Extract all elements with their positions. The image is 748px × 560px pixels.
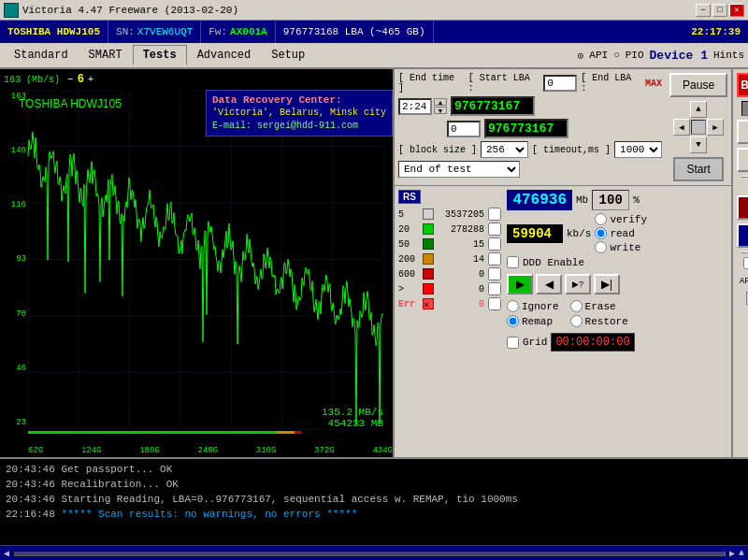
sleep-button[interactable]: Sleep	[737, 120, 748, 144]
erase-option[interactable]: Erase	[570, 300, 628, 312]
tab-smart[interactable]: SMART	[79, 45, 133, 65]
erase-radio[interactable]	[570, 300, 583, 312]
lba-offset-input[interactable]	[447, 121, 481, 137]
drc-box: Data Recovery Center: 'Victoria', Belaru…	[206, 90, 393, 136]
end-lba-value-input[interactable]	[451, 96, 535, 116]
stats-panel: RS 5 3537205 20 278288 50	[395, 185, 731, 355]
grid-checkbox[interactable]	[507, 337, 519, 349]
break-all-button[interactable]: Break All	[737, 73, 748, 97]
app-title: Victoria 4.47 Freeware (2013-02-20)	[22, 5, 694, 16]
err-check-5[interactable]	[488, 208, 501, 221]
back-button[interactable]: ◀	[536, 274, 562, 294]
log-timestamp: 20:43:46	[6, 494, 61, 505]
scroll-left-arrow[interactable]: ◀	[4, 548, 9, 559]
drc-line1: 'Victoria', Belarus, Minsk city	[212, 107, 386, 120]
timeout-select[interactable]: 1000 500 2000	[614, 141, 662, 158]
dpad-down-button[interactable]: ▼	[690, 136, 707, 153]
log-scrollbar-thumb[interactable]	[13, 551, 726, 556]
fw-section: Fw: AX001A	[201, 21, 275, 43]
write-option[interactable]: write	[595, 241, 647, 253]
scroll-right-arrow[interactable]: ▶	[729, 548, 735, 559]
err-check-20[interactable]	[488, 223, 501, 236]
chart-minus-button[interactable]: −	[67, 74, 74, 85]
dpad-right-button[interactable]: ▶	[707, 119, 724, 136]
err-check-50[interactable]	[488, 237, 501, 251]
side-buttons: Break All Sleep Recall Rd Wrt Passp Powe…	[731, 69, 748, 457]
scan-col2: Erase Restore	[570, 300, 628, 327]
lba-display-input[interactable]	[484, 119, 568, 138]
y-label-140: 140	[0, 146, 28, 155]
end-time-input[interactable]	[398, 98, 432, 115]
error-row-600: 600 0	[398, 267, 501, 280]
tab-tests[interactable]: Tests	[133, 45, 187, 65]
chart-drive-label: TOSHIBA HDWJ105	[19, 97, 122, 110]
error-row-gt: > 0	[398, 282, 501, 295]
fw-value: AX001A	[230, 26, 267, 37]
y-axis-labels: 163 140 116 93 70 46 23	[0, 90, 28, 429]
time-up-button[interactable]: ▲	[434, 98, 447, 106]
serial-section: SN: X7VEW6UQT	[108, 21, 201, 43]
remap-option[interactable]: Remap	[507, 315, 559, 327]
recall-button[interactable]: Recall	[737, 148, 748, 172]
err-num-200: 200	[398, 254, 419, 265]
api-pio-options: ⊙ API ○ PIO Device 1 Hints	[578, 49, 744, 63]
tab-advanced[interactable]: Advanced	[187, 45, 262, 65]
ignore-radio[interactable]	[507, 300, 519, 312]
chart-overlay-speed: 135.2 MB/s	[322, 407, 383, 418]
power-button[interactable]: Power	[737, 223, 748, 248]
log-scroll-bar[interactable]: ◀ ▶ ▲	[0, 545, 748, 560]
rs-button[interactable]: RS	[398, 190, 421, 204]
transport-controls: ▶ ◀ ▶? ▶|	[507, 274, 727, 294]
dpad-left-button[interactable]: ◀	[673, 119, 690, 136]
ignore-option[interactable]: Ignore	[507, 300, 559, 312]
err-check-600[interactable]	[488, 267, 501, 280]
dpad-up-button[interactable]: ▲	[690, 101, 707, 118]
remap-radio[interactable]	[507, 315, 519, 327]
err-check-gt[interactable]	[488, 282, 501, 295]
minimize-button[interactable]: −	[696, 4, 711, 17]
seek-button[interactable]: ▶?	[565, 274, 591, 294]
end-button[interactable]: ▶|	[594, 274, 620, 294]
verify-option[interactable]: verify	[595, 213, 647, 225]
err-check-err[interactable]	[488, 297, 501, 310]
remap-label: Remap	[522, 316, 553, 327]
grid-timer-row: Grid 00:00:00:00	[507, 333, 727, 352]
err-count-5: 3537205	[438, 209, 484, 220]
passp-button[interactable]: Passp	[737, 195, 748, 220]
start-button[interactable]: Start	[673, 157, 723, 181]
pause-button[interactable]: Pause	[669, 73, 727, 97]
close-button[interactable]: ✕	[729, 4, 744, 17]
time-down-button[interactable]: ▼	[434, 107, 447, 114]
start-lba-input[interactable]	[543, 75, 577, 92]
tab-setup[interactable]: Setup	[261, 45, 315, 65]
tab-standard[interactable]: Standard	[4, 45, 79, 65]
block-timeout-row: [ block size ] 256 512 1024 [ timeout,ms…	[398, 141, 662, 158]
log-line: 20:43:46 Starting Reading, LBA=0..976773…	[6, 492, 742, 507]
block-size-select[interactable]: 256 512 1024	[481, 141, 528, 158]
read-radio[interactable]	[595, 227, 607, 239]
err-check-200[interactable]	[488, 252, 501, 266]
app-icon	[4, 3, 19, 18]
read-option[interactable]: read	[595, 227, 647, 239]
write-radio[interactable]	[595, 241, 607, 253]
restore-option[interactable]: Restore	[570, 315, 628, 327]
sound-checkbox[interactable]	[743, 257, 748, 269]
verify-radio[interactable]	[595, 213, 607, 225]
log-content: 20:43:46 Get passport... OK20:43:46 Reca…	[0, 459, 748, 545]
ddd-enable-checkbox[interactable]	[507, 256, 519, 268]
maximize-button[interactable]: □	[712, 4, 727, 17]
error-row-50: 50 15	[398, 237, 501, 251]
log-timestamp: 20:43:46	[6, 479, 61, 490]
lba-row3	[398, 119, 662, 138]
log-line: 20:43:46 Get passport... OK	[6, 462, 742, 477]
y-label-70: 70	[0, 309, 28, 319]
scroll-up-arrow[interactable]: ▲	[739, 548, 744, 558]
chart-area: 163 (Mb/s) − 6 + Data Recovery Center: '…	[0, 69, 393, 457]
scan-col1: Ignore Remap	[507, 300, 559, 327]
pio-radio-icon: ○	[613, 50, 620, 61]
play-button[interactable]: ▶	[507, 274, 533, 294]
chart-plus-button[interactable]: +	[88, 74, 94, 85]
end-test-select[interactable]: End of test Loop Sound alarm	[398, 161, 520, 178]
restore-radio[interactable]	[570, 315, 583, 327]
break-slider[interactable]	[741, 101, 748, 116]
